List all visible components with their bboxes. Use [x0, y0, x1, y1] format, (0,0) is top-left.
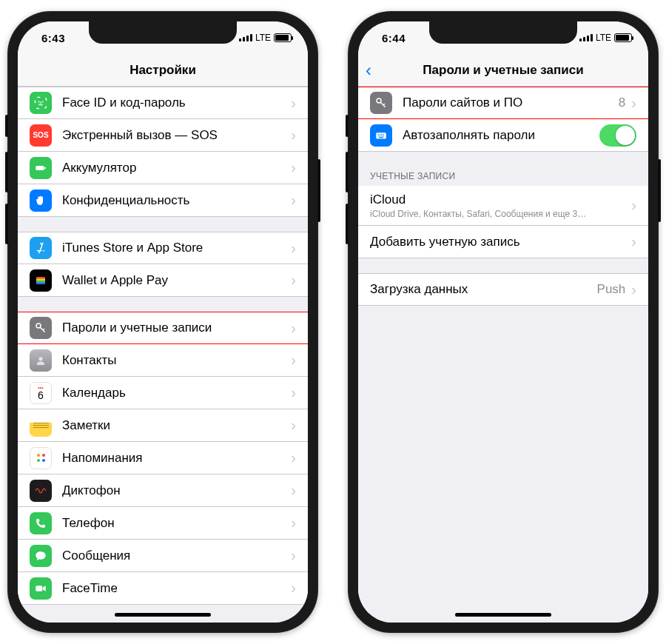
chevron-right-icon: ›: [291, 352, 296, 369]
chevron-right-icon: ›: [631, 197, 636, 214]
row-appstore[interactable]: iTunes Store и App Store ›: [18, 232, 308, 264]
svg-point-21: [381, 135, 383, 137]
status-time: 6:44: [382, 32, 406, 44]
carrier-label: LTE: [596, 33, 611, 43]
row-label: Пароли и учетные записи: [62, 321, 291, 335]
contacts-icon: [30, 349, 52, 372]
row-label: Пароли сайтов и ПО: [403, 95, 619, 110]
row-passwords[interactable]: Пароли и учетные записи ›: [18, 312, 308, 344]
svg-rect-12: [36, 586, 42, 591]
carrier-label: LTE: [255, 33, 271, 43]
row-voice[interactable]: Диктофон ›: [18, 474, 308, 507]
phone-left: 6:43 LTE Настройки Face ID и код-пароль …: [7, 11, 318, 633]
row-messages[interactable]: Сообщения ›: [18, 540, 308, 572]
row-label: Экстренный вызов — SOS: [62, 128, 291, 143]
keyboard-icon: [370, 124, 392, 147]
chevron-right-icon: ›: [291, 127, 296, 144]
chevron-right-icon: ›: [291, 192, 296, 209]
row-reminders[interactable]: Напоминания ›: [18, 442, 308, 474]
row-contacts[interactable]: Контакты ›: [18, 344, 308, 377]
row-privacy[interactable]: Конфиденциальность ›: [18, 184, 308, 217]
svg-point-19: [378, 135, 380, 137]
autofill-toggle[interactable]: [599, 124, 636, 147]
row-phone[interactable]: Телефон ›: [18, 507, 308, 540]
wallet-icon: [30, 269, 52, 292]
nav-title: Пароли и учетные записи: [423, 63, 583, 78]
faceid-icon: [30, 92, 52, 114]
row-label: iTunes Store и App Store: [62, 241, 291, 255]
privacy-hand-icon: [30, 189, 52, 212]
row-label: Загрузка данных: [370, 282, 597, 297]
svg-point-17: [381, 133, 383, 135]
row-fetch[interactable]: Загрузка данных Push ›: [358, 273, 648, 306]
notch: [429, 21, 577, 44]
home-indicator[interactable]: [115, 613, 211, 617]
messages-icon: [30, 545, 52, 567]
svg-point-15: [378, 133, 380, 135]
svg-point-16: [380, 133, 381, 135]
battery-icon: [614, 33, 632, 42]
svg-point-18: [383, 133, 384, 135]
chevron-right-icon: ›: [631, 95, 636, 112]
row-icloud[interactable]: iCloud iCloud Drive, Контакты, Safari, С…: [358, 186, 648, 226]
chevron-right-icon: ›: [291, 240, 296, 257]
row-sublabel: iCloud Drive, Контакты, Safari, Сообщени…: [370, 209, 631, 219]
back-button[interactable]: ‹: [366, 60, 371, 81]
row-label: Календарь: [62, 386, 291, 400]
home-indicator[interactable]: [455, 613, 551, 617]
row-label: Напоминания: [62, 451, 291, 466]
row-wallet[interactable]: Wallet и Apple Pay ›: [18, 264, 308, 297]
reminders-icon: [30, 447, 52, 469]
row-site-passwords[interactable]: Пароли сайтов и ПО 8 ›: [358, 87, 648, 119]
battery-icon: [30, 157, 52, 179]
row-battery[interactable]: Аккумулятор ›: [18, 152, 308, 184]
row-label: Контакты: [62, 353, 291, 368]
chevron-right-icon: ›: [291, 95, 296, 112]
facetime-icon: [30, 577, 52, 600]
chevron-right-icon: ›: [291, 159, 296, 176]
chevron-right-icon: ›: [291, 320, 296, 337]
svg-point-22: [383, 135, 384, 137]
row-facetime[interactable]: FaceTime ›: [18, 572, 308, 605]
svg-rect-3: [36, 166, 44, 170]
battery-icon: [274, 33, 292, 42]
row-label: Wallet и Apple Pay: [62, 273, 291, 288]
svg-point-20: [380, 135, 381, 137]
row-label: Конфиденциальность: [62, 193, 291, 208]
key-icon: [30, 317, 52, 339]
row-faceid[interactable]: Face ID и код-пароль ›: [18, 87, 308, 119]
settings-list[interactable]: Face ID и код-пароль › SOS Экстренный вы…: [18, 87, 308, 623]
notch: [89, 21, 237, 44]
svg-rect-23: [379, 137, 383, 138]
row-notes[interactable]: Заметки ›: [18, 409, 308, 442]
row-label: Телефон: [62, 516, 291, 531]
svg-rect-6: [36, 277, 45, 278]
svg-point-11: [38, 357, 42, 360]
svg-point-1: [38, 101, 39, 103]
nav-title: Настройки: [130, 63, 196, 78]
row-sos[interactable]: SOS Экстренный вызов — SOS ›: [18, 119, 308, 152]
chevron-right-icon: ›: [631, 233, 636, 250]
row-detail: 8: [619, 95, 625, 110]
phone-right: 6:44 LTE ‹ Пароли и учетные записи Парол…: [348, 11, 659, 633]
row-label: Аккумулятор: [62, 161, 291, 175]
row-label: iCloud: [370, 192, 631, 207]
row-label: Автозаполнять пароли: [403, 128, 599, 143]
svg-rect-8: [36, 281, 45, 282]
svg-rect-4: [44, 167, 46, 169]
notes-icon: [30, 415, 52, 437]
passwords-list[interactable]: Пароли сайтов и ПО 8 › Автозаполнять пар…: [358, 87, 648, 623]
svg-point-2: [42, 101, 44, 103]
svg-rect-7: [36, 278, 45, 280]
row-label: FaceTime: [62, 581, 291, 596]
row-add-account[interactable]: Добавить учетную запись ›: [358, 226, 648, 258]
row-autofill[interactable]: Автозаполнять пароли: [358, 119, 648, 152]
appstore-icon: [30, 237, 52, 259]
chevron-right-icon: ›: [291, 482, 296, 499]
chevron-right-icon: ›: [291, 449, 296, 466]
sos-icon: SOS: [30, 124, 52, 147]
chevron-right-icon: ›: [291, 417, 296, 434]
chevron-right-icon: ›: [291, 272, 296, 289]
chevron-right-icon: ›: [291, 580, 296, 597]
row-calendar[interactable]: •••6 Календарь ›: [18, 377, 308, 409]
